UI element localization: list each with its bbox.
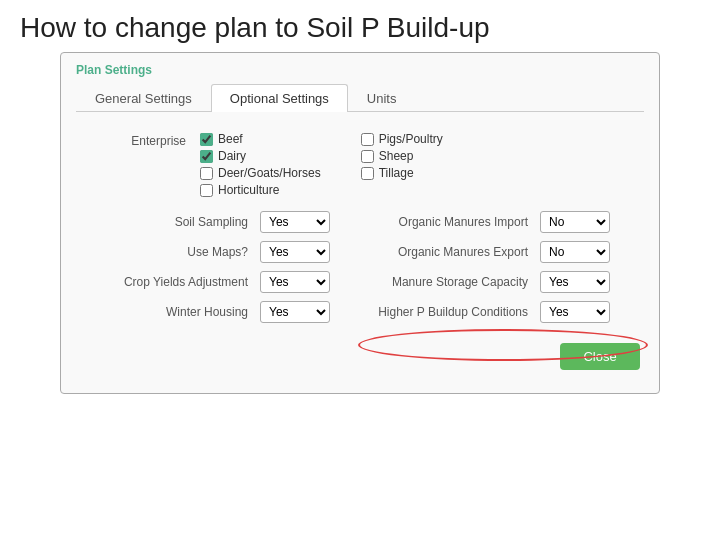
- row-higher-p: Higher P Buildup Conditions YesNo: [360, 301, 640, 323]
- organic-import-select[interactable]: NoYes: [540, 211, 610, 233]
- checkbox-sheep-input[interactable]: [361, 150, 374, 163]
- crop-yields-label: Crop Yields Adjustment: [80, 275, 260, 289]
- checkbox-horticulture-input[interactable]: [200, 184, 213, 197]
- plan-settings-panel: Plan Settings General Settings Optional …: [60, 52, 660, 394]
- use-maps-select[interactable]: YesNo: [260, 241, 330, 263]
- plan-settings-label: Plan Settings: [76, 63, 644, 77]
- checkbox-deer-label: Deer/Goats/Horses: [218, 166, 321, 180]
- winter-housing-select[interactable]: YesNo: [260, 301, 330, 323]
- page-title: How to change plan to Soil P Build-up: [0, 0, 720, 52]
- soil-sampling-select[interactable]: YesNo: [260, 211, 330, 233]
- row-organic-import: Organic Manures Import NoYes: [360, 211, 640, 233]
- checkbox-beef-input[interactable]: [200, 133, 213, 146]
- checkbox-dairy-input[interactable]: [200, 150, 213, 163]
- checkbox-tillage-input[interactable]: [361, 167, 374, 180]
- settings-rows-area: Soil Sampling YesNo Use Maps? YesNo Crop…: [80, 211, 640, 331]
- higher-p-select[interactable]: YesNo: [540, 301, 610, 323]
- use-maps-label: Use Maps?: [80, 245, 260, 259]
- checkbox-pigs[interactable]: Pigs/Poultry: [361, 132, 443, 146]
- checkbox-deer-input[interactable]: [200, 167, 213, 180]
- enterprise-checkboxes-right: Pigs/Poultry Sheep Tillage: [361, 132, 443, 180]
- enterprise-section: Enterprise Beef Dairy Deer/Goats/Horses …: [80, 132, 640, 197]
- tabs-bar: General Settings Optional Settings Units: [76, 83, 644, 112]
- checkbox-sheep-label: Sheep: [379, 149, 414, 163]
- manure-storage-select[interactable]: YesNo: [540, 271, 610, 293]
- checkbox-pigs-label: Pigs/Poultry: [379, 132, 443, 146]
- tab-content-optional: Enterprise Beef Dairy Deer/Goats/Horses …: [76, 124, 644, 378]
- row-winter-housing: Winter Housing YesNo: [80, 301, 360, 323]
- tab-general[interactable]: General Settings: [76, 84, 211, 112]
- checkbox-deer[interactable]: Deer/Goats/Horses: [200, 166, 321, 180]
- checkbox-tillage-label: Tillage: [379, 166, 414, 180]
- tab-optional[interactable]: Optional Settings: [211, 84, 348, 112]
- organic-import-label: Organic Manures Import: [360, 215, 540, 229]
- row-use-maps: Use Maps? YesNo: [80, 241, 360, 263]
- checkbox-dairy-label: Dairy: [218, 149, 246, 163]
- enterprise-label: Enterprise: [80, 132, 200, 148]
- crop-yields-select[interactable]: YesNo: [260, 271, 330, 293]
- row-soil-sampling: Soil Sampling YesNo: [80, 211, 360, 233]
- checkbox-beef-label: Beef: [218, 132, 243, 146]
- row-crop-yields: Crop Yields Adjustment YesNo: [80, 271, 360, 293]
- tab-units[interactable]: Units: [348, 84, 416, 112]
- row-manure-storage: Manure Storage Capacity YesNo: [360, 271, 640, 293]
- checkbox-tillage[interactable]: Tillage: [361, 166, 443, 180]
- settings-col-right: Organic Manures Import NoYes Organic Man…: [360, 211, 640, 331]
- checkbox-dairy[interactable]: Dairy: [200, 149, 321, 163]
- organic-export-label: Organic Manures Export: [360, 245, 540, 259]
- close-button[interactable]: Close: [560, 343, 640, 370]
- enterprise-checkboxes-left: Beef Dairy Deer/Goats/Horses Horticultur…: [200, 132, 321, 197]
- checkbox-horticulture[interactable]: Horticulture: [200, 183, 321, 197]
- checkbox-beef[interactable]: Beef: [200, 132, 321, 146]
- settings-col-left: Soil Sampling YesNo Use Maps? YesNo Crop…: [80, 211, 360, 331]
- higher-p-label: Higher P Buildup Conditions: [360, 305, 540, 319]
- organic-export-select[interactable]: NoYes: [540, 241, 610, 263]
- manure-storage-label: Manure Storage Capacity: [360, 275, 540, 289]
- checkbox-pigs-input[interactable]: [361, 133, 374, 146]
- row-organic-export: Organic Manures Export NoYes: [360, 241, 640, 263]
- winter-housing-label: Winter Housing: [80, 305, 260, 319]
- checkbox-sheep[interactable]: Sheep: [361, 149, 443, 163]
- checkbox-horticulture-label: Horticulture: [218, 183, 279, 197]
- settings-two-cols: Soil Sampling YesNo Use Maps? YesNo Crop…: [80, 211, 640, 331]
- soil-sampling-label: Soil Sampling: [80, 215, 260, 229]
